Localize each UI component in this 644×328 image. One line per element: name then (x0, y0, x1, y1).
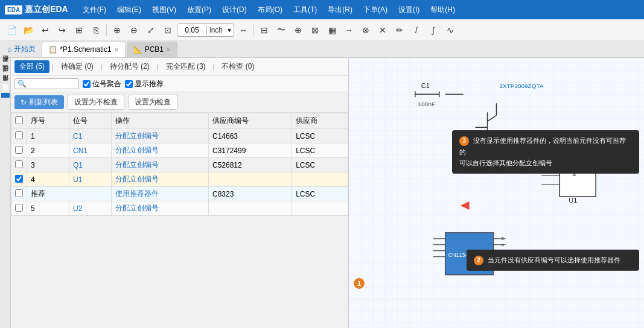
table-row[interactable]: 3 Q1 分配立创编号 C526812 LCSC (11, 158, 348, 172)
zoom-unit-dropdown[interactable]: ▾ (225, 26, 234, 34)
undo-button[interactable]: ↩ (37, 22, 53, 38)
position-aggregate-label: 位号聚合 (92, 79, 121, 89)
top-menu-bar: EDA 嘉立创EDA 文件(F) 编辑(E) 视图(V) 放置(P) 设计(D)… (0, 0, 644, 19)
set-check-button[interactable]: 设置为检查 (128, 95, 177, 110)
zoom-in-button[interactable]: ⊕ (109, 22, 125, 38)
curve-button[interactable]: ∿ (442, 22, 458, 38)
refresh-button[interactable]: ↻ 刷新列表 (14, 95, 64, 109)
row-checkbox-1[interactable] (11, 144, 27, 158)
row-checkbox-0[interactable] (11, 129, 27, 144)
right-panel: C1 100nF 2XTP2009ZQTA 1,2,3,4 1 U1 (349, 58, 644, 328)
recommend-row: 推荐 使用推荐器件 C8323 LCSC (11, 187, 348, 201)
svg-rect-1 (349, 58, 644, 327)
pen-button[interactable]: ✏ (392, 22, 407, 38)
c1-value: 100nF (418, 101, 435, 107)
set-ignore-button[interactable]: 设置为不检查 (68, 95, 124, 110)
align-button[interactable]: ⊟ (257, 22, 272, 38)
redo-button[interactable]: ↪ (54, 22, 70, 38)
tab-pcb[interactable]: 📐 PCB1 ✕ (127, 42, 177, 57)
refresh-label: 刷新列表 (29, 97, 58, 107)
row-op-3[interactable]: 分配立创编号 (112, 172, 209, 187)
row-op-4[interactable]: 分配立创编号 (112, 201, 209, 216)
menu-layout[interactable]: 布局(O) (253, 4, 287, 16)
zoom-fit-button[interactable]: ⤢ (143, 22, 159, 38)
position-aggregate-checkbox[interactable]: 位号聚合 (83, 79, 121, 89)
filter-matched[interactable]: 完全匹配 (3) (161, 60, 211, 73)
table-row[interactable]: 2 CN1 分配立创编号 C3172499 LCSC (11, 144, 348, 158)
menu-design[interactable]: 设计(D) (217, 4, 252, 16)
arc-button[interactable]: ∫ (426, 22, 441, 38)
rec-op[interactable]: 使用推荐器件 (112, 187, 209, 201)
row-num-4: 5 (27, 201, 69, 216)
svg-text:4: 4 (501, 242, 504, 248)
grid-button[interactable]: ⊞ (71, 22, 87, 38)
tab-schematic-label: *P1.Schematic1 (60, 45, 111, 54)
tab-close-icon[interactable]: ✕ (114, 46, 119, 53)
wave-button[interactable]: 〜 (273, 22, 289, 38)
route-button[interactable]: ⊠ (307, 22, 323, 38)
toolbar-sep-2 (253, 24, 254, 36)
th-supplier-num: 供应商编号 (209, 113, 292, 129)
row-supplier-num-2: C526812 (209, 158, 292, 172)
search-input[interactable] (28, 80, 76, 88)
tab-schematic[interactable]: 📋 *P1.Schematic1 ✕ (42, 42, 125, 57)
via-button[interactable]: ⊗ (358, 22, 374, 38)
filter-pending[interactable]: 待确定 (0) (56, 60, 98, 73)
tab-pcb-close-icon[interactable]: ✕ (166, 46, 171, 53)
menu-settings[interactable]: 设置(I) (394, 4, 424, 16)
menu-tools[interactable]: 工具(T) (289, 4, 322, 16)
table-row[interactable]: 1 C1 分配立创编号 C14663 LCSC (11, 129, 348, 144)
row-ref-0: C1 (69, 129, 112, 144)
menu-view[interactable]: 视图(V) (147, 4, 181, 16)
row-checkbox-4[interactable] (11, 201, 27, 216)
refresh-icon: ↻ (21, 98, 27, 107)
action-buttons: ↻ 刷新列表 设置为不检查 设置为检查 (11, 92, 348, 113)
row-op-1[interactable]: 分配立创编号 (112, 144, 209, 158)
delete-button[interactable]: ✕ (375, 22, 391, 38)
new-button[interactable]: 📄 (4, 22, 19, 38)
tab-start[interactable]: ⌂ 开始页 (2, 44, 40, 54)
copy-button[interactable]: ⎘ (88, 22, 104, 38)
menu-help[interactable]: 帮助(H) (426, 4, 460, 16)
zoom-select-button[interactable]: ⊡ (160, 22, 176, 38)
table-row[interactable]: 5 U2 分配立创编号 (11, 201, 348, 216)
filter-unassigned[interactable]: 待分配号 (2) (105, 60, 155, 73)
row-checkbox-2[interactable] (11, 158, 27, 172)
schematic-canvas[interactable]: C1 100nF 2XTP2009ZQTA 1,2,3,4 1 U1 (349, 58, 644, 328)
show-recommend-checkbox[interactable]: 显示推荐 (125, 79, 164, 89)
side-nav-common-lib[interactable]: 常用库 (1, 83, 10, 88)
table-row[interactable]: 4 U1 分配立创编号 (11, 172, 348, 187)
zoom-out-button[interactable]: ⊖ (126, 22, 142, 38)
show-recommend-label: 显示推荐 (135, 79, 164, 89)
row-op-0[interactable]: 分配立创编号 (112, 129, 209, 144)
open-button[interactable]: 📂 (21, 22, 36, 38)
filter-all[interactable]: 全部 (5) (14, 60, 49, 73)
toolbar-sep-1 (106, 24, 107, 36)
tooltip-3: 3 没有显示使用推荐器件的，说明当前元件没有可推荐的可以自行选择其他分配立创编号 (452, 130, 639, 174)
filter-ignore[interactable]: 不检查 (0) (217, 60, 259, 73)
menu-export[interactable]: 导出(R) (323, 4, 357, 16)
th-ref: 位号 (69, 113, 112, 129)
tooltip-2-text: 当元件没有供应商编号可以选择使用推荐器件 (488, 256, 620, 263)
rec-checkbox[interactable] (11, 187, 27, 201)
side-nav-project-design[interactable]: 工程设计 (1, 74, 10, 78)
arrow-btn[interactable]: → (341, 22, 357, 38)
zoom-value-input[interactable] (177, 26, 206, 34)
fill-button[interactable]: ▦ (324, 22, 340, 38)
sync-button[interactable]: ↔ (235, 22, 251, 38)
component-button[interactable]: ⊕ (290, 22, 306, 38)
menu-order[interactable]: 下单(A) (359, 4, 392, 16)
menu-place[interactable]: 放置(P) (182, 4, 216, 16)
app-title: 嘉立创EDA (25, 4, 68, 15)
side-nav: 所有工程 工程设计 常用库 器件标准化 (0, 58, 11, 328)
side-nav-all-projects[interactable]: 所有工程 (1, 64, 10, 69)
row-checkbox-3[interactable] (11, 172, 27, 187)
component-table: 序号 位号 操作 供应商编号 供应商 1 C1 分配立创编号 C14663 LC… (11, 113, 348, 328)
panel-toolbar: 🔍 位号聚合 显示推荐 (11, 76, 348, 92)
line-button[interactable]: / (409, 22, 424, 38)
row-op-2[interactable]: 分配立创编号 (112, 158, 209, 172)
menu-edit[interactable]: 编辑(E) (112, 4, 146, 16)
menu-file[interactable]: 文件(F) (78, 4, 111, 16)
schematic-icon: 📋 (48, 45, 57, 54)
side-nav-standardize[interactable]: 器件标准化 (1, 93, 10, 98)
